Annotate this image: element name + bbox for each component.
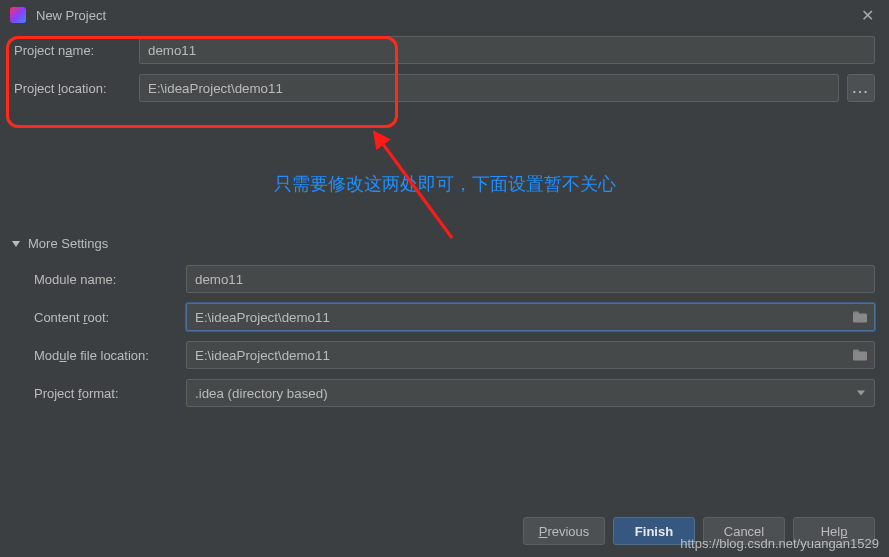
module-name-label: Module name: bbox=[34, 272, 186, 287]
project-format-label: Project format: bbox=[34, 386, 186, 401]
more-settings-toggle[interactable]: More Settings bbox=[12, 236, 875, 251]
project-name-label: Project name: bbox=[14, 43, 139, 58]
more-settings-label: More Settings bbox=[28, 236, 108, 251]
titlebar: New Project ✕ bbox=[0, 0, 889, 30]
module-file-input[interactable] bbox=[186, 341, 875, 369]
window-title: New Project bbox=[36, 8, 855, 23]
chevron-down-icon bbox=[12, 241, 20, 247]
close-icon[interactable]: ✕ bbox=[855, 6, 879, 25]
watermark: https://blog.csdn.net/yuangan1529 bbox=[680, 536, 879, 551]
app-icon bbox=[10, 7, 26, 23]
module-file-row: Module file location: bbox=[34, 341, 875, 369]
annotation-hint: 只需要修改这两处即可，下面设置暂不关心 bbox=[14, 172, 875, 196]
project-location-input[interactable] bbox=[139, 74, 839, 102]
browse-folder-icon[interactable] bbox=[853, 350, 867, 361]
browse-folder-icon[interactable] bbox=[853, 312, 867, 323]
chevron-down-icon bbox=[857, 391, 865, 396]
module-file-label: Module file location: bbox=[34, 348, 186, 363]
project-format-select[interactable] bbox=[186, 379, 875, 407]
project-location-row: Project location: ... bbox=[14, 74, 875, 102]
project-name-row: Project name: bbox=[14, 36, 875, 64]
content-root-label: Content root: bbox=[34, 310, 186, 325]
content-root-row: Content root: bbox=[34, 303, 875, 331]
previous-button[interactable]: Previous bbox=[523, 517, 605, 545]
project-name-input[interactable] bbox=[139, 36, 875, 64]
module-name-input[interactable] bbox=[186, 265, 875, 293]
project-format-value bbox=[186, 379, 875, 407]
module-name-row: Module name: bbox=[34, 265, 875, 293]
content-root-input[interactable] bbox=[186, 303, 875, 331]
project-location-label: Project location: bbox=[14, 81, 139, 96]
project-format-row: Project format: bbox=[34, 379, 875, 407]
browse-location-button[interactable]: ... bbox=[847, 74, 875, 102]
